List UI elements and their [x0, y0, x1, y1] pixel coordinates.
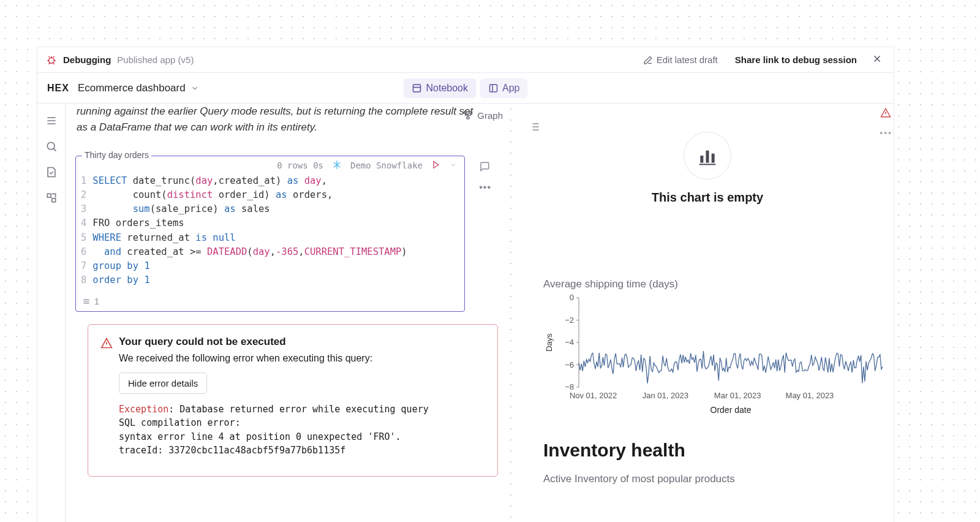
svg-text:0: 0	[570, 294, 574, 302]
close-icon[interactable]	[869, 51, 885, 69]
bug-icon	[46, 55, 57, 66]
svg-rect-4	[47, 194, 51, 197]
cell-footer[interactable]: 1	[82, 297, 99, 306]
section-subtitle: Active Inventory of most popular product…	[543, 473, 886, 485]
snowflake-icon	[332, 160, 342, 172]
app-icon	[488, 83, 499, 94]
logo: HEX	[47, 83, 69, 94]
error-title: Your query could not be executed	[119, 336, 429, 348]
project-title[interactable]: Ecommerce dashboard	[78, 82, 199, 94]
svg-rect-12	[699, 164, 716, 165]
svg-text:−8: −8	[565, 382, 574, 392]
svg-text:Days: Days	[545, 333, 554, 352]
code-editor[interactable]: 12345678 SELECT date_trunc(day,created_a…	[76, 173, 464, 311]
chevron-down-icon[interactable]	[450, 161, 457, 170]
main-area: Graph running against the earlier Query …	[66, 104, 894, 522]
notebook-icon	[412, 83, 423, 94]
share-debug-link-button[interactable]: Share link to debug session	[729, 52, 863, 67]
list-icon	[82, 297, 91, 306]
cell-side-icons: •••	[479, 161, 491, 193]
error-box: Your query could not be executed We rece…	[88, 324, 498, 477]
svg-rect-11	[712, 154, 715, 163]
shipping-chart: Average shipping time (days) 0−2−4−6−8Da…	[529, 278, 886, 419]
svg-text:−4: −4	[565, 338, 574, 347]
exception-label: Exception	[119, 404, 168, 415]
app-preview-pane: ••• This chart is empty Average shipping…	[518, 104, 894, 522]
notebook-tab[interactable]: Notebook	[404, 78, 477, 98]
graph-icon	[462, 110, 473, 121]
bar-chart-icon	[684, 132, 731, 180]
left-rail	[37, 104, 66, 522]
debug-bar: Debugging Published app (v5) Edit latest…	[37, 47, 894, 73]
chevron-down-icon	[190, 84, 199, 93]
error-subtitle: We received the following error when exe…	[119, 353, 429, 364]
empty-chart-title: This chart is empty	[529, 191, 886, 205]
outline-icon[interactable]	[45, 115, 58, 129]
line-gutter: 12345678	[81, 174, 86, 288]
svg-rect-2	[489, 85, 497, 92]
code-content: SELECT date_trunc(day,created_at) as day…	[92, 174, 407, 288]
markdown-prose: running against the earlier Query mode r…	[75, 104, 505, 145]
content-row: Graph running against the earlier Query …	[37, 104, 894, 522]
connection-name[interactable]: Demo Snowflake	[350, 161, 423, 170]
warning-icon	[100, 337, 113, 352]
cell-footer-count: 1	[94, 297, 99, 306]
svg-rect-5	[51, 199, 55, 202]
svg-text:−2: −2	[565, 316, 574, 325]
svg-text:Order date: Order date	[710, 405, 752, 415]
data-icon[interactable]	[45, 166, 58, 181]
run-icon[interactable]	[431, 160, 441, 172]
error-body: Exception: Database returned error while…	[119, 403, 429, 458]
app-frame: Debugging Published app (v5) Edit latest…	[37, 47, 894, 522]
svg-rect-8	[467, 117, 470, 119]
project-title-text: Ecommerce dashboard	[78, 82, 186, 94]
svg-point-0	[49, 58, 55, 63]
app-tab-label: App	[502, 83, 519, 94]
empty-chart-placeholder: This chart is empty	[529, 132, 886, 205]
graph-badge[interactable]: Graph	[462, 110, 503, 121]
app-tab[interactable]: App	[480, 78, 527, 98]
debug-title: Debugging	[63, 55, 111, 65]
more-icon[interactable]: •••	[479, 182, 491, 193]
svg-rect-7	[470, 112, 473, 113]
svg-rect-10	[706, 151, 709, 163]
search-icon[interactable]	[45, 140, 58, 155]
comment-icon[interactable]	[479, 161, 491, 175]
view-switch: Notebook App	[404, 78, 528, 98]
section-title: Inventory health	[543, 440, 886, 461]
edit-label: Edit latest draft	[657, 55, 718, 65]
svg-rect-6	[464, 112, 467, 113]
pane-divider[interactable]	[505, 104, 518, 522]
debug-subtitle: Published app (v5)	[117, 55, 194, 65]
svg-text:Mar 01, 2023: Mar 01, 2023	[714, 391, 761, 400]
row-stats: 0 rows 0s	[277, 161, 323, 170]
sql-cell[interactable]: Thirty day orders ••• 0 rows 0s Demo Sno…	[75, 156, 465, 312]
app-header: HEX Ecommerce dashboard Notebook App	[37, 73, 894, 104]
hide-error-details-button[interactable]: Hide error details	[119, 373, 207, 394]
svg-text:Jan 01, 2023: Jan 01, 2023	[643, 391, 688, 400]
warning-icon[interactable]	[880, 107, 891, 121]
svg-text:Nov 01, 2022: Nov 01, 2022	[570, 391, 617, 400]
chart-title: Average shipping time (days)	[543, 278, 886, 290]
chart-svg: 0−2−4−6−8DaysNov 01, 2022Jan 01, 2023Mar…	[543, 294, 886, 417]
cell-name-label: Thirty day orders	[82, 150, 151, 160]
graph-label: Graph	[477, 110, 503, 121]
more-icon[interactable]: •••	[880, 128, 892, 138]
components-icon[interactable]	[45, 192, 58, 206]
edit-latest-draft-button[interactable]: Edit latest draft	[638, 52, 723, 67]
svg-rect-9	[700, 156, 703, 163]
svg-text:−6: −6	[565, 360, 574, 369]
svg-point-3	[47, 142, 55, 149]
svg-rect-1	[413, 85, 421, 92]
notebook-pane: Graph running against the earlier Query …	[66, 104, 505, 522]
svg-text:May 01, 2023: May 01, 2023	[786, 391, 834, 400]
notebook-tab-label: Notebook	[426, 83, 469, 94]
